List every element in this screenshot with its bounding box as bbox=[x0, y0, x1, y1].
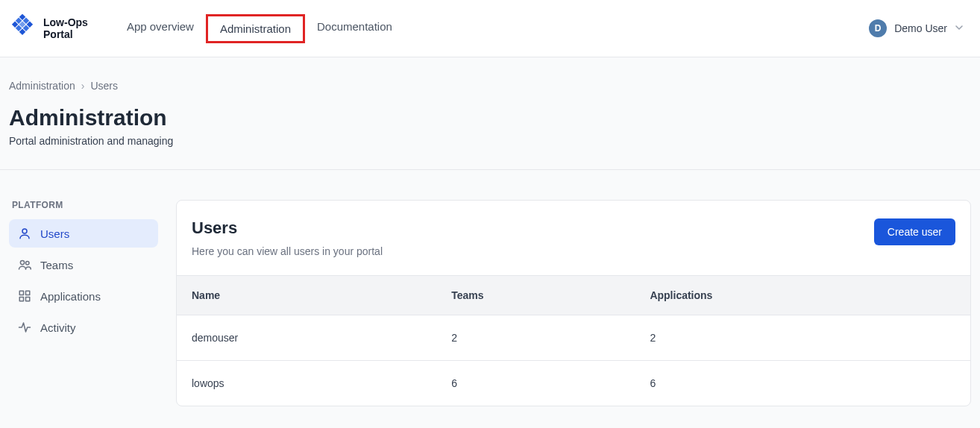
main-panel: Users Here you can view all users in you… bbox=[176, 200, 971, 406]
chevron-right-icon: › bbox=[81, 80, 85, 92]
logo-icon bbox=[9, 14, 36, 43]
cell-teams: 6 bbox=[451, 377, 650, 389]
sidebar-item-label: Applications bbox=[40, 290, 101, 303]
cell-name: demouser bbox=[192, 332, 451, 344]
svg-rect-15 bbox=[26, 298, 30, 301]
top-header: Low-Ops Portal App overview Administrati… bbox=[0, 0, 980, 57]
col-header-name: Name bbox=[192, 289, 451, 301]
main-nav: App overview Administration Documentatio… bbox=[115, 14, 404, 43]
user-name: Demo User bbox=[894, 22, 947, 34]
sidebar-item-users[interactable]: Users bbox=[9, 219, 158, 248]
card-description: Here you can view all users in your port… bbox=[192, 245, 383, 257]
sidebar-item-label: Teams bbox=[40, 259, 73, 271]
cell-applications: 2 bbox=[650, 332, 955, 344]
table-header: Name Teams Applications bbox=[177, 275, 970, 315]
table-row[interactable]: demouser 2 2 bbox=[177, 315, 970, 361]
breadcrumb-current: Users bbox=[90, 80, 118, 92]
svg-point-10 bbox=[20, 260, 24, 264]
logo[interactable]: Low-Ops Portal bbox=[9, 14, 88, 43]
page-subtitle: Portal administration and managing bbox=[9, 135, 971, 147]
logo-text: Low-Ops Portal bbox=[43, 16, 88, 40]
nav-administration[interactable]: Administration bbox=[206, 14, 305, 43]
svg-rect-13 bbox=[26, 291, 30, 295]
svg-point-9 bbox=[22, 229, 27, 233]
sidebar-item-applications[interactable]: Applications bbox=[9, 282, 158, 310]
svg-point-11 bbox=[26, 262, 30, 265]
svg-rect-14 bbox=[19, 298, 23, 301]
svg-rect-12 bbox=[19, 291, 23, 295]
cell-name: lowops bbox=[192, 377, 451, 389]
users-icon bbox=[18, 258, 31, 271]
user-menu[interactable]: D Demo User bbox=[869, 19, 971, 37]
cell-applications: 6 bbox=[650, 377, 955, 389]
sidebar-item-label: Activity bbox=[40, 321, 76, 334]
activity-icon bbox=[18, 321, 31, 334]
chevron-down-icon bbox=[955, 22, 964, 34]
col-header-teams: Teams bbox=[451, 289, 650, 301]
users-card: Users Here you can view all users in you… bbox=[176, 200, 971, 406]
create-user-button[interactable]: Create user bbox=[874, 218, 955, 245]
cell-teams: 2 bbox=[451, 332, 650, 344]
sidebar: PLATFORM Users Teams Applications Activi… bbox=[9, 200, 158, 406]
user-icon bbox=[18, 227, 31, 240]
sidebar-heading: PLATFORM bbox=[9, 200, 158, 210]
grid-icon bbox=[18, 289, 31, 303]
page-title: Administration bbox=[9, 105, 971, 130]
content-area: PLATFORM Users Teams Applications Activi… bbox=[0, 170, 980, 428]
breadcrumb-root[interactable]: Administration bbox=[9, 80, 75, 92]
nav-documentation[interactable]: Documentation bbox=[305, 14, 404, 43]
page-header: Administration › Users Administration Po… bbox=[0, 57, 980, 170]
sidebar-item-label: Users bbox=[40, 227, 69, 240]
sidebar-item-activity[interactable]: Activity bbox=[9, 313, 158, 342]
breadcrumb: Administration › Users bbox=[9, 80, 971, 92]
col-header-applications: Applications bbox=[650, 289, 955, 301]
nav-app-overview[interactable]: App overview bbox=[115, 14, 206, 43]
card-title: Users bbox=[192, 218, 383, 238]
card-header: Users Here you can view all users in you… bbox=[177, 201, 970, 275]
table-row[interactable]: lowops 6 6 bbox=[177, 361, 970, 406]
sidebar-item-teams[interactable]: Teams bbox=[9, 251, 158, 279]
avatar: D bbox=[869, 19, 887, 37]
